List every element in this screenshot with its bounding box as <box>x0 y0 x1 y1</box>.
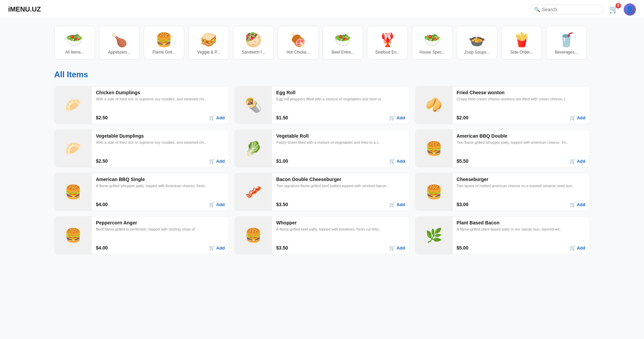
add-to-cart-button[interactable]: 🛒 Add <box>570 245 585 251</box>
cart-icon: 🛒 <box>570 115 576 120</box>
item-body: Peppercorn Anger Beef flame-grilled to p… <box>92 217 229 254</box>
item-price: $2.50 <box>96 158 108 164</box>
category-card-hotchicken[interactable]: 🍖 Hot Chicke... <box>278 26 318 60</box>
item-body: Fried Cheese wonton Crispy fried cream c… <box>453 86 589 124</box>
item-card: 🥟 Vegetable Dumplings With a side of fri… <box>54 129 229 167</box>
category-grid: 🥗 All Items... 🍗 Appetizers... 🍔 Flame G… <box>54 26 590 60</box>
add-to-cart-button[interactable]: 🛒 Add <box>570 202 585 207</box>
add-label: Add <box>396 245 405 251</box>
add-to-cart-button[interactable]: 🛒 Add <box>570 158 585 164</box>
item-image: 🌿 <box>415 217 453 254</box>
category-card-flame[interactable]: 🍔 Flame Grill... <box>144 26 184 60</box>
category-card-zoopsoups[interactable]: 🍲 Zoop Soups... <box>457 26 497 60</box>
add-label: Add <box>577 202 585 207</box>
item-price: $2.00 <box>457 115 469 120</box>
category-card-beefentree[interactable]: 🥗 Beef Entre... <box>323 26 363 60</box>
category-label-flame: Flame Grill... <box>152 50 175 55</box>
item-desc: A flame-grilled plant-based patty in our… <box>457 227 585 242</box>
header: iMENU.UZ 🔍 🛒 8 👤 <box>0 0 644 19</box>
item-name: Peppercorn Anger <box>96 220 225 225</box>
search-box[interactable]: 🔍 <box>529 5 604 14</box>
item-card: 🍔 American BBQ Single A flame-grilled wh… <box>54 173 229 211</box>
item-name: American BBQ Single <box>96 177 225 182</box>
cart-icon: 🛒 <box>389 115 395 120</box>
item-price: $3.00 <box>457 202 469 207</box>
item-card: 🥓 Bacon Double Cheeseburger Two signatur… <box>234 173 409 211</box>
item-price: $4.00 <box>96 202 108 207</box>
add-to-cart-button[interactable]: 🛒 Add <box>389 245 405 251</box>
item-body: Bacon Double Cheeseburger Two signature … <box>272 173 409 211</box>
category-card-veggie[interactable]: 🥪 Veggie & P... <box>188 26 229 60</box>
item-name: Cheeseburger <box>457 177 585 182</box>
category-icon-beverages: 🥤 <box>558 32 575 48</box>
avatar[interactable]: 👤 <box>624 3 636 16</box>
category-icon-zoopsoups: 🍲 <box>469 32 485 48</box>
item-footer: $4.00 🛒 Add <box>96 202 225 207</box>
category-icon-all: 🥗 <box>66 32 83 48</box>
items-grid: 🥟 Chicken Dumplings With a side of fried… <box>54 86 590 254</box>
category-icon-veggie: 🥪 <box>200 32 217 48</box>
item-footer: $2.00 🛒 Add <box>457 115 585 120</box>
item-body: American BBQ Single A flame-grilled whop… <box>92 173 229 211</box>
add-to-cart-button[interactable]: 🛒 Add <box>209 202 225 207</box>
add-to-cart-button[interactable]: 🛒 Add <box>209 115 225 120</box>
category-label-appetizers: Appetizers... <box>108 50 131 55</box>
add-to-cart-button[interactable]: 🛒 Add <box>389 115 405 120</box>
cart-icon: 🛒 <box>570 158 576 164</box>
item-name: Plant Based Bacon <box>457 220 585 225</box>
item-desc: A flame-grilled whopper patty, topped wi… <box>96 183 225 199</box>
item-desc: With a side of fried rice or supreme soy… <box>96 97 225 112</box>
category-card-sandwich[interactable]: 🥙 Sandwich f... <box>233 26 274 60</box>
cart-button[interactable]: 🛒 8 <box>609 5 618 14</box>
item-desc: Pastry sheet filled with a mixture of ve… <box>276 140 405 156</box>
item-image: 🥓 <box>235 173 272 211</box>
item-card: 🍔 Peppercorn Anger Beef flame-grilled to… <box>54 216 229 254</box>
category-label-beefentree: Beef Entre... <box>332 50 354 55</box>
header-right: 🔍 🛒 8 👤 <box>529 3 636 16</box>
item-image: 🍔 <box>55 217 92 254</box>
category-icon-housespec: 🥗 <box>424 32 441 48</box>
cart-icon: 🛒 <box>209 115 215 120</box>
item-footer: $2.50 🛒 Add <box>96 115 225 120</box>
item-body: Chicken Dumplings With a side of fried r… <box>92 86 229 124</box>
cart-icon: 🛒 <box>389 245 395 251</box>
item-footer: $1.50 🛒 Add <box>276 115 405 120</box>
item-body: Egg Roll Egg roll wrappers filled with a… <box>272 86 409 124</box>
add-label: Add <box>577 245 585 251</box>
category-label-sideorder: Side Order... <box>510 50 533 55</box>
category-card-housespec[interactable]: 🥗 House Spec... <box>412 26 453 60</box>
item-image: 🥟 <box>55 86 92 124</box>
item-name: Bacon Double Cheeseburger <box>276 177 405 182</box>
category-card-sideorder[interactable]: 🍟 Side Order... <box>501 26 542 60</box>
item-price: $5.50 <box>457 158 469 164</box>
add-label: Add <box>216 159 225 164</box>
item-price: $1.00 <box>276 158 288 164</box>
add-to-cart-button[interactable]: 🛒 Add <box>570 115 585 120</box>
category-card-seafood[interactable]: 🦞 Seafood En... <box>367 26 408 60</box>
add-to-cart-button[interactable]: 🛒 Add <box>389 158 405 164</box>
item-name: Vegetable Roll <box>276 133 405 139</box>
category-label-housespec: House Spec... <box>419 50 445 55</box>
search-input[interactable] <box>542 7 599 12</box>
add-label: Add <box>216 115 225 120</box>
category-card-beverages[interactable]: 🥤 Beverages... <box>546 26 587 60</box>
category-icon-sandwich: 🥙 <box>245 32 262 48</box>
item-card: 🍔 Cheeseburger Two layers of melted amer… <box>415 173 590 211</box>
item-desc: Crispy fried cream cheese wontons are fi… <box>457 97 585 112</box>
item-price: $3.50 <box>276 202 288 207</box>
add-to-cart-button[interactable]: 🛒 Add <box>209 245 225 251</box>
item-footer: $3.00 🛒 Add <box>457 202 585 207</box>
add-label: Add <box>396 115 405 120</box>
add-label: Add <box>396 202 405 207</box>
add-to-cart-button[interactable]: 🛒 Add <box>209 158 225 164</box>
category-card-appetizers[interactable]: 🍗 Appetizers... <box>99 26 140 60</box>
item-body: American BBQ Double Two flame-grilled wh… <box>453 130 589 167</box>
add-to-cart-button[interactable]: 🛒 Add <box>389 202 405 207</box>
cart-icon: 🛒 <box>209 202 215 207</box>
category-card-all[interactable]: 🥗 All Items... <box>54 26 95 60</box>
category-icon-beefentree: 🥗 <box>334 32 351 48</box>
cart-icon: 🛒 <box>570 245 576 251</box>
item-body: Cheeseburger Two layers of melted americ… <box>453 173 589 211</box>
item-name: Egg Roll <box>276 90 405 95</box>
category-icon-flame: 🍔 <box>155 32 172 48</box>
